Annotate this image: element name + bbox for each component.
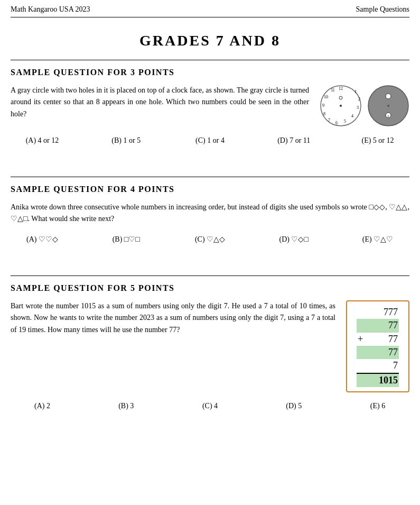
svg-text:12: 12 (339, 86, 343, 91)
answer-3-e: (E) 5 or 12 (351, 136, 404, 145)
answers-5: (A) 2 (B) 3 (C) 4 (D) 5 (E) 6 (11, 402, 409, 410)
svg-text:3: 3 (357, 105, 359, 110)
sum-row-77a: 77 (357, 319, 399, 332)
answer-4-e: (E) ♡△♡ (351, 235, 404, 244)
answer-5-e: (E) 6 (351, 402, 404, 410)
section-4-points: SAMPLE QUESTION FOR 4 POINTS Anika wrote… (11, 177, 409, 244)
answers-4: (A) ♡♡◇ (B) □♡□ (C) ♡△◇ (D) ♡◇□ (E) ♡△♡ (11, 235, 409, 244)
section-5-points: SAMPLE QUESTION FOR 5 POINTS Bart wrote … (11, 276, 409, 410)
svg-text:8: 8 (387, 114, 389, 118)
question-3-text: A gray circle with two holes in it is pl… (11, 85, 309, 120)
answer-3-c: (C) 1 or 4 (184, 136, 237, 145)
svg-text:9: 9 (322, 103, 324, 108)
answer-3-d: (D) 7 or 11 (267, 136, 320, 145)
answer-4-a: (A) ♡♡◇ (16, 235, 69, 244)
sum-plus-empty (357, 306, 368, 319)
svg-point-16 (386, 94, 391, 99)
svg-point-13 (340, 105, 342, 107)
answer-5-d: (D) 5 (267, 402, 320, 410)
svg-text:7: 7 (328, 118, 330, 123)
sum-box: 777 77 + 77 77 (346, 300, 409, 392)
svg-text:1: 1 (354, 89, 357, 94)
answer-4-b: (B) □♡□ (100, 235, 153, 244)
header-right: Sample Questions (356, 5, 410, 14)
answer-5-c: (C) 4 (184, 402, 237, 410)
svg-text:2: 2 (358, 97, 360, 102)
answer-5-b: (B) 3 (100, 402, 153, 410)
gray-circle-svg: 8 (367, 85, 409, 127)
section-3-points: SAMPLE QUESTION FOR 3 POINTS A gray circ… (11, 60, 409, 145)
svg-text:11: 11 (331, 88, 335, 93)
clock-diagram: 12 1 2 3 4 5 6 7 8 9 10 11 (320, 85, 409, 127)
sum-total-row: 1015 (357, 373, 399, 387)
sum-row-77b: 77 (357, 346, 399, 359)
clock-face-svg: 12 1 2 3 4 5 6 7 8 9 10 11 (320, 85, 362, 127)
sum-777: 777 (368, 306, 399, 319)
sum-row-777: 777 (357, 306, 399, 319)
main-title: GRADES 7 AND 8 (11, 32, 409, 49)
svg-text:10: 10 (324, 95, 328, 99)
sum-row-7: 7 (357, 359, 399, 373)
svg-text:5: 5 (344, 119, 346, 124)
svg-point-18 (387, 105, 389, 107)
answer-3-b: (B) 1 or 5 (100, 136, 153, 145)
svg-text:6: 6 (335, 121, 338, 125)
question-5-text: Bart wrote the number 1015 as a sum of n… (11, 300, 335, 336)
answer-5-a: (A) 2 (16, 402, 69, 410)
answer-4-d: (D) ♡◇□ (267, 235, 320, 244)
sum-total: 1015 (368, 373, 399, 387)
answers-3: (A) 4 or 12 (B) 1 or 5 (C) 1 or 4 (D) 7 … (11, 136, 409, 145)
section-4-title: SAMPLE QUESTION FOR 4 POINTS (11, 185, 409, 194)
header-left: Math Kangaroo USA 2023 (11, 5, 90, 14)
sum-row-plus77: + 77 (357, 333, 399, 346)
section-3-title: SAMPLE QUESTION FOR 3 POINTS (11, 68, 409, 77)
svg-text:8: 8 (323, 112, 325, 116)
answer-3-a: (A) 4 or 12 (16, 136, 69, 145)
question-4-text: Anika wrote down three consecutive whole… (11, 201, 409, 225)
svg-text:4: 4 (351, 114, 353, 118)
section-5-title: SAMPLE QUESTION FOR 5 POINTS (11, 283, 409, 293)
answer-4-c: (C) ♡△◇ (184, 235, 237, 244)
